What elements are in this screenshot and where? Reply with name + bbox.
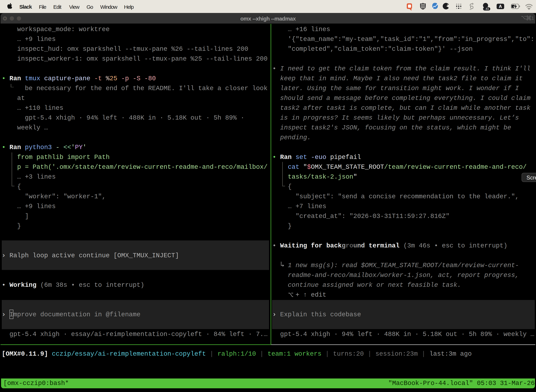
svg-text:A: A	[499, 4, 502, 9]
svg-text:1: 1	[531, 15, 534, 21]
svg-text:..61: ..61	[484, 7, 489, 10]
